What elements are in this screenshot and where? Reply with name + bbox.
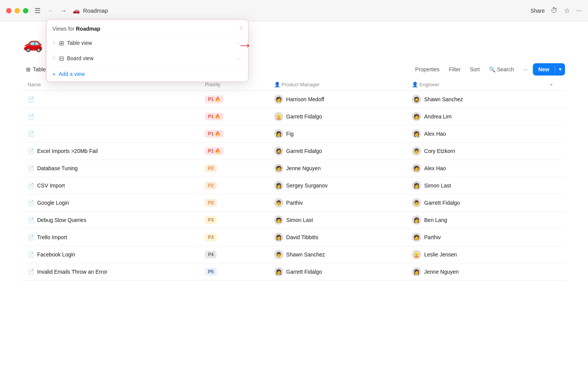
task-name-cell: 📄 — [23, 91, 200, 108]
maximize-button[interactable] — [23, 8, 28, 13]
priority-cell: P1 🔥 — [200, 143, 269, 160]
eng-cell: 👨 Cory Etzkorn — [407, 143, 545, 160]
new-btn-chevron-icon[interactable]: ▾ — [555, 64, 565, 75]
task-doc-icon: 📄 — [28, 251, 34, 258]
view-item-table[interactable]: ⠿ ⊞ Table view ··· — [46, 35, 248, 51]
pm-cell: 👩 Garrett Fidalgo — [270, 263, 407, 281]
priority-badge: P2 — [205, 164, 217, 172]
close-button[interactable] — [6, 8, 11, 13]
pm-avatar: 👱 — [274, 112, 283, 121]
titlebar: ☰ ← → 🚗 Roadmap Share ⏱ ☆ ··· — [0, 0, 588, 21]
priority-cell: P2 — [200, 160, 269, 177]
eng-cell: 🧔 Shawn Sanchez — [407, 91, 545, 108]
eng-avatar: 👩 — [412, 215, 421, 225]
new-button[interactable]: New ▾ — [533, 63, 565, 76]
dropdown-title-bold: Roadmap — [76, 26, 100, 32]
task-name-cell: 📄 — [23, 125, 200, 143]
add-view-button[interactable]: + Add a view — [52, 71, 242, 77]
priority-badge: P2 — [205, 199, 217, 207]
more-toolbar-icon[interactable]: ··· — [519, 64, 532, 75]
priority-cell: P1 🔥 — [200, 108, 269, 125]
eng-avatar: 👩 — [412, 129, 421, 138]
task-name-label: Database Tuning — [37, 165, 78, 171]
new-button-label[interactable]: New — [533, 63, 555, 76]
view-item-board[interactable]: ⠿ ⊟ Board view ··· — [46, 51, 248, 66]
add-column-button[interactable]: + — [545, 79, 565, 91]
task-doc-icon: 📄 — [28, 113, 34, 120]
filter-button[interactable]: Filter — [445, 64, 464, 75]
eng-cell: 👩 Ben Lang — [407, 212, 545, 229]
minimize-button[interactable] — [15, 8, 20, 13]
eng-avatar: 👨 — [412, 198, 421, 207]
priority-badge: P2 — [205, 182, 217, 189]
table-row: 📄 Debug Slow Queries P3 🧑 Simon Last 👩 B… — [23, 212, 565, 229]
row-add-cell — [545, 194, 565, 212]
col-pm-label: Product Manager — [281, 82, 320, 87]
eng-avatar: 🧑 — [412, 164, 421, 173]
eng-name: Alex Hao — [424, 131, 446, 137]
pm-avatar: 👩 — [274, 129, 283, 138]
page-title-small: Roadmap — [83, 7, 108, 14]
pm-avatar: 👩 — [274, 267, 283, 276]
back-button[interactable]: ← — [47, 7, 56, 15]
pm-avatar: 👨 — [274, 250, 283, 259]
table-row: 📄 P1 🔥 👩 Fig 👩 Alex Hao — [23, 125, 565, 143]
pm-cell: 👩 David Tibbitts — [270, 229, 407, 246]
table-view-label: Table view — [67, 40, 235, 46]
dropdown-title-prefix: Views for — [52, 26, 76, 32]
nav-buttons: ← → — [47, 7, 68, 15]
pm-person-icon: 👤 — [274, 82, 282, 87]
red-arrow-icon: ← — [237, 36, 253, 54]
row-add-cell — [545, 125, 565, 143]
pm-name: Garrett Fidalgo — [286, 113, 322, 120]
add-view-plus-icon: + — [52, 71, 56, 77]
task-doc-icon: 📄 — [28, 234, 34, 240]
priority-cell: P4 — [200, 246, 269, 263]
table-row: 📄 P1 🔥 👱 Garrett Fidalgo 🧑 Andrea Lim — [23, 108, 565, 125]
pm-cell: 🧑 Harrison Medoff — [270, 91, 407, 108]
task-name-label: Facebook Login — [37, 251, 75, 258]
pm-cell: 👨 Parthiv — [270, 194, 407, 212]
task-name-label: Google Login — [37, 200, 69, 206]
dropdown-header: Views for Roadmap ? — [46, 20, 248, 35]
menu-icon[interactable]: ☰ — [34, 7, 41, 15]
search-button[interactable]: 🔍 Search — [485, 64, 518, 75]
forward-button[interactable]: → — [59, 7, 68, 15]
eng-name: Alex Hao — [424, 165, 446, 171]
pm-cell: 👨 Shawn Sanchez — [270, 246, 407, 263]
titlebar-actions: Share ⏱ ☆ ··· — [531, 7, 582, 15]
eng-cell: 👨 Garrett Fidalgo — [407, 194, 545, 212]
priority-cell: P5 — [200, 263, 269, 281]
task-doc-icon: 📄 — [28, 131, 34, 137]
history-icon[interactable]: ⏱ — [551, 7, 558, 15]
task-name-label: Excel Imports >20Mb Fail — [37, 148, 98, 154]
table-body: 📄 P1 🔥 🧑 Harrison Medoff 🧔 Shawn Sanchez — [23, 91, 565, 281]
row-add-cell — [545, 91, 565, 108]
priority-badge: P1 🔥 — [205, 130, 224, 138]
table-view-icon: ⊞ — [26, 66, 31, 72]
pm-avatar: 👩 — [274, 233, 283, 242]
table-icon: ⊞ — [59, 39, 64, 47]
priority-badge: P1 🔥 — [205, 147, 224, 155]
board-view-label: Board view — [67, 55, 235, 61]
board-icon: ⊟ — [59, 55, 64, 62]
eng-cell: 👱 Leslie Jensen — [407, 246, 545, 263]
pm-cell: 👩 Sergey Surganov — [270, 177, 407, 194]
traffic-lights — [6, 8, 28, 13]
eng-avatar: 👩 — [412, 181, 421, 190]
sort-button[interactable]: Sort — [466, 64, 483, 75]
share-button[interactable]: Share — [531, 8, 545, 14]
pm-name: Sergey Surganov — [286, 182, 328, 189]
view-more-icon[interactable]: ··· — [235, 54, 242, 62]
col-header-pm: 👤 Product Manager — [270, 79, 407, 91]
table-row: 📄 CSV Import P2 👩 Sergey Surganov 👩 Simo… — [23, 177, 565, 194]
eng-cell: 🧑 Parthiv — [407, 229, 545, 246]
task-name-label: Debug Slow Queries — [37, 217, 86, 223]
more-options-icon[interactable]: ··· — [576, 7, 582, 15]
task-name-cell: 📄 Database Tuning — [23, 160, 200, 177]
help-icon[interactable]: ? — [239, 26, 242, 32]
properties-button[interactable]: Properties — [412, 64, 444, 75]
table-row: 📄 Excel Imports >20Mb Fail P1 🔥 🧔 Garret… — [23, 143, 565, 160]
eng-cell: 👩 Alex Hao — [407, 125, 545, 143]
star-icon[interactable]: ☆ — [564, 7, 570, 15]
